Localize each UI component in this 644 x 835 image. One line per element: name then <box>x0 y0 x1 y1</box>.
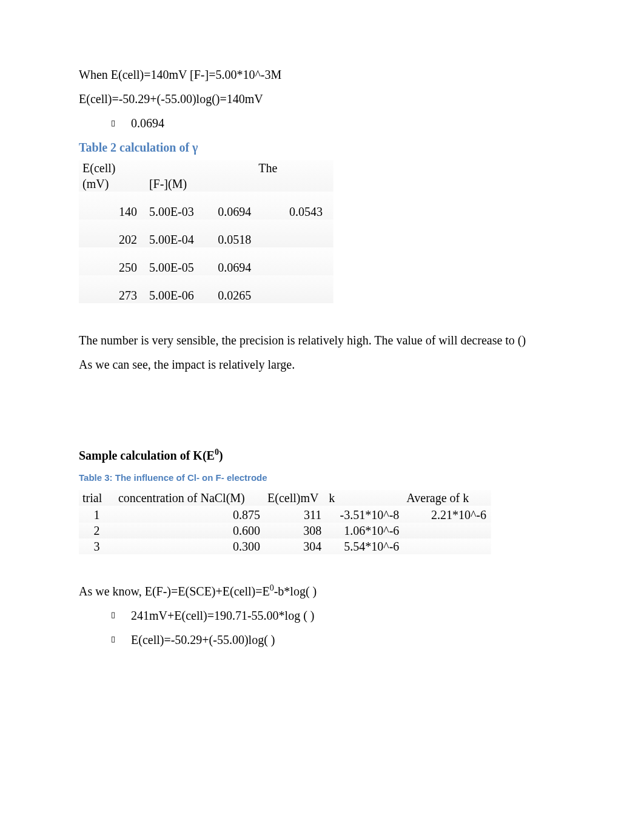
table2-r3c2: 5.00E-05 <box>146 247 207 275</box>
heading-sample-calc-b: ) <box>219 449 223 462</box>
table2-row-4: 273 5.00E-06 0.0265 <box>79 275 334 303</box>
table2-h3 <box>207 160 255 192</box>
table2-r4c1: 273 <box>79 275 146 303</box>
table3-r2c1: 2 <box>79 523 115 538</box>
bullet-item-1: ▯ 0.0694 <box>79 115 565 131</box>
table3-row-3: 3 0.300 304 5.54*10^-6 <box>79 538 491 554</box>
table3-h5: Average of k <box>403 490 491 506</box>
table2-r4c2: 5.00E-06 <box>146 275 207 303</box>
heading-sample-calc-sup: 0 <box>215 448 219 457</box>
table3-header-row: trial concentration of NaCl(M) E(cell)mV… <box>79 490 491 506</box>
table2-h1: E(cell) (mV) <box>79 160 146 192</box>
p6-a: As we know, E(F-)=E(SCE)+E(cell)=E <box>79 585 270 598</box>
table-2: E(cell) (mV) [F-](M) The 140 5.00E-03 0.… <box>79 160 334 303</box>
bullet-glyph-icon: ▯ <box>109 118 116 129</box>
table2-r1c3: 0.0694 <box>207 192 255 220</box>
bullet-item-3: ▯ E(cell)=-50.29+(-55.00)log( ) <box>79 632 565 648</box>
bullet-item-2: ▯ 241mV+E(cell)=190.71-55.00*log ( ) <box>79 608 565 623</box>
table3-caption: Table 3: The influence of Cl- on F- elec… <box>79 472 565 484</box>
bullet-glyph-icon: ▯ <box>109 634 116 645</box>
p6-sup: 0 <box>270 583 274 592</box>
paragraph-sensible: The number is very sensible, the precisi… <box>79 332 565 348</box>
table2-r2c4 <box>255 220 334 247</box>
table2-h4: The <box>255 160 334 192</box>
table3-r3c4: 5.54*10^-6 <box>325 538 403 554</box>
bullet-glyph-icon: ▯ <box>109 610 116 620</box>
bullet-text: 0.0694 <box>131 115 164 131</box>
table2-r4c4 <box>255 275 334 303</box>
table2-header-row: E(cell) (mV) [F-](M) The <box>79 160 334 192</box>
table3-r1c1: 1 <box>79 506 115 523</box>
table3-r2c5 <box>403 523 491 538</box>
bullet-text: E(cell)=-50.29+(-55.00)log( ) <box>131 632 275 648</box>
table-3: trial concentration of NaCl(M) E(cell)mV… <box>79 490 491 554</box>
table3-r1c5: 2.21*10^-6 <box>403 506 491 523</box>
paragraph-as-we-know: As we know, E(F-)=E(SCE)+E(cell)=E0-b*lo… <box>79 583 565 599</box>
paragraph-ecell-eq: E(cell)=-50.29+(-55.00)log()=140mV <box>79 91 565 107</box>
paragraph-impact: As we can see, the impact is relatively … <box>79 357 565 372</box>
table3-row-1: 1 0.875 311 -3.51*10^-8 2.21*10^-6 <box>79 506 491 523</box>
table3-r3c3: 304 <box>264 538 325 554</box>
table3-h4: k <box>325 490 403 506</box>
table2-row-1: 140 5.00E-03 0.0694 0.0543 <box>79 192 334 220</box>
heading-sample-calc-a: Sample calculation of K(E <box>79 449 215 462</box>
table2-r1c1: 140 <box>79 192 146 220</box>
table2-row-3: 250 5.00E-05 0.0694 <box>79 247 334 275</box>
table3-r2c2: 0.600 <box>115 523 264 538</box>
table2-h2: [F-](M) <box>146 160 207 192</box>
table3-r1c2: 0.875 <box>115 506 264 523</box>
table2-row-2: 202 5.00E-04 0.0518 <box>79 220 334 247</box>
paragraph-when-ecell: When E(cell)=140mV [F-]=5.00*10^-3M <box>79 67 565 82</box>
table2-caption: Table 2 calculation of γ <box>79 139 565 155</box>
table2-r4c3: 0.0265 <box>207 275 255 303</box>
p6-b: -b*log( ) <box>274 585 317 598</box>
table3-r3c1: 3 <box>79 538 115 554</box>
table2-r3c1: 250 <box>79 247 146 275</box>
table2-r1c4: 0.0543 <box>255 192 334 220</box>
table3-h2: concentration of NaCl(M) <box>115 490 264 506</box>
table2-r3c3: 0.0694 <box>207 247 255 275</box>
bullet-text: 241mV+E(cell)=190.71-55.00*log ( ) <box>131 608 315 623</box>
table3-r1c4: -3.51*10^-8 <box>325 506 403 523</box>
heading-sample-calc: Sample calculation of K(E0) <box>79 448 565 463</box>
table2-r2c2: 5.00E-04 <box>146 220 207 247</box>
table3-r2c3: 308 <box>264 523 325 538</box>
table3-r3c2: 0.300 <box>115 538 264 554</box>
table2-r2c1: 202 <box>79 220 146 247</box>
table3-row-2: 2 0.600 308 1.06*10^-6 <box>79 523 491 538</box>
table3-caption-text: Table 3: The influence of Cl- on F- elec… <box>79 472 267 483</box>
table2-r2c3: 0.0518 <box>207 220 255 247</box>
table3-r2c4: 1.06*10^-6 <box>325 523 403 538</box>
table2-r3c4 <box>255 247 334 275</box>
table3-h1: trial <box>79 490 115 506</box>
table3-r1c3: 311 <box>264 506 325 523</box>
table3-h3: E(cell)mV <box>264 490 325 506</box>
table2-r1c2: 5.00E-03 <box>146 192 207 220</box>
table3-r3c5 <box>403 538 491 554</box>
table2-caption-text: Table 2 calculation of γ <box>79 141 198 154</box>
